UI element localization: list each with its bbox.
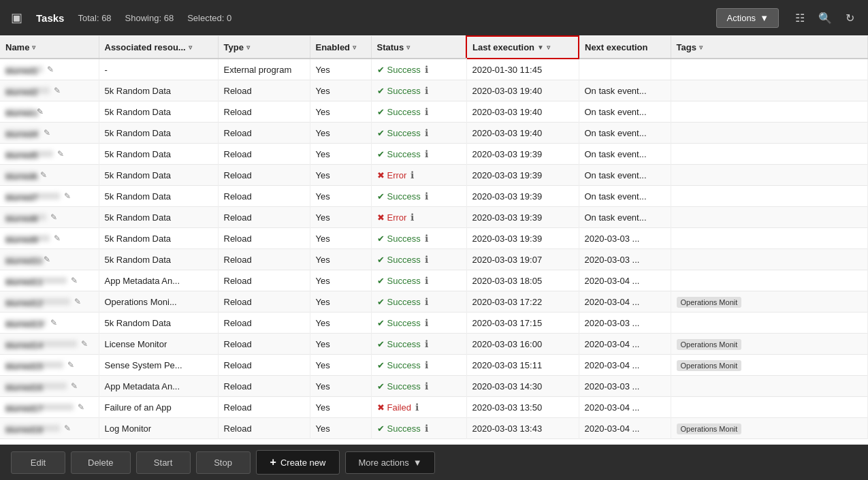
edit-icon[interactable]: ✎ xyxy=(50,212,57,222)
cell-last-exec: 2020-01-30 11:45 xyxy=(466,59,579,80)
edit-button[interactable]: Edit xyxy=(11,451,65,474)
info-button[interactable]: ℹ xyxy=(423,423,430,434)
cell-next-exec: 2020-03-04 ... xyxy=(579,270,671,291)
delete-button[interactable]: Delete xyxy=(71,451,131,474)
cell-last-exec: 2020-03-03 14:30 xyxy=(466,376,579,397)
edit-icon[interactable]: ✎ xyxy=(47,65,54,74)
table-row[interactable]: blurred8✎5k Random DataReloadYes✖ Errorℹ… xyxy=(0,207,868,228)
info-button[interactable]: ℹ xyxy=(423,254,430,265)
cell-enabled: Yes xyxy=(310,397,371,418)
edit-icon[interactable]: ✎ xyxy=(64,191,71,201)
cell-name: blurred1✎ xyxy=(0,59,99,80)
table-container: Name ▿ Associated resou... ▿ Type ▿ xyxy=(0,35,868,445)
table-row[interactable]: blurred15✎Sense System Pe...ReloadYes✔ S… xyxy=(0,355,868,376)
edit-icon[interactable]: ✎ xyxy=(40,170,47,180)
cell-enabled: Yes xyxy=(310,355,371,376)
table-row[interactable]: blurred3✎5k Random DataReloadYes✔ Succes… xyxy=(0,101,868,123)
table-row[interactable]: blurred14✎License MonitorReloadYes✔ Succ… xyxy=(0,334,868,355)
edit-icon[interactable]: ✎ xyxy=(67,360,74,370)
cell-assoc: 5k Random Data xyxy=(99,207,218,228)
table-row[interactable]: blurred17✎Failure of an AppReloadYes✖ Fa… xyxy=(0,397,868,418)
cell-last-exec: 2020-03-03 19:40 xyxy=(466,80,579,101)
info-button[interactable]: ℹ xyxy=(423,338,430,349)
col-header-lastexec[interactable]: Last execution ▼ ▿ xyxy=(466,36,579,59)
edit-icon[interactable]: ✎ xyxy=(81,339,88,349)
edit-icon[interactable]: ✎ xyxy=(57,149,64,159)
col-header-tags[interactable]: Tags ▿ xyxy=(671,36,868,59)
edit-icon[interactable]: ✎ xyxy=(64,423,71,433)
table-row[interactable]: blurred12✎Operations Moni...ReloadYes✔ S… xyxy=(0,291,868,313)
info-button[interactable]: ℹ xyxy=(409,212,415,223)
refresh-button[interactable]: ↻ xyxy=(843,9,857,27)
create-new-button[interactable]: + Create new xyxy=(256,450,340,475)
cell-status: ✔ Successℹ xyxy=(371,186,466,207)
info-button[interactable]: ℹ xyxy=(423,106,430,117)
cell-next-exec: On task event... xyxy=(579,207,671,228)
cell-last-exec: 2020-03-03 15:11 xyxy=(466,355,579,376)
table-row[interactable]: blurred13✎5k Random DataReloadYes✔ Succe… xyxy=(0,313,868,334)
actions-button[interactable]: Actions ▼ xyxy=(716,8,779,28)
cell-assoc: Log Monitor xyxy=(99,418,218,439)
cell-status: ✔ Successℹ xyxy=(371,144,466,165)
col-header-enabled[interactable]: Enabled ▿ xyxy=(310,36,371,59)
stop-button[interactable]: Stop xyxy=(196,451,251,474)
table-row[interactable]: blurred10✎5k Random DataReloadYes✔ Succe… xyxy=(0,249,868,270)
cell-type: Reload xyxy=(218,249,310,270)
edit-icon[interactable]: ✎ xyxy=(54,234,61,243)
table-row[interactable]: blurred5✎5k Random DataReloadYes✔ Succes… xyxy=(0,144,868,165)
check-icon: ✔ xyxy=(377,86,385,96)
table-row[interactable]: blurred16✎App Metadata An...ReloadYes✔ S… xyxy=(0,376,868,397)
cell-next-exec: On task event... xyxy=(579,101,671,123)
table-row[interactable]: blurred4✎5k Random DataReloadYes✔ Succes… xyxy=(0,123,868,144)
info-button[interactable]: ℹ xyxy=(414,402,420,413)
table-row[interactable]: blurred1✎-External programYes✔ Successℹ2… xyxy=(0,59,868,80)
edit-icon[interactable]: ✎ xyxy=(44,128,50,138)
col-header-name[interactable]: Name ▿ xyxy=(0,36,99,59)
check-icon: ✔ xyxy=(377,234,385,244)
table-row[interactable]: blurred6✎5k Random DataReloadYes✖ Errorℹ… xyxy=(0,165,868,186)
more-actions-button[interactable]: More actions ▼ xyxy=(345,451,434,474)
info-button[interactable]: ℹ xyxy=(423,317,430,328)
cell-next-exec: 2020-03-03 ... xyxy=(579,376,671,397)
edit-icon[interactable]: ✎ xyxy=(78,402,84,412)
info-button[interactable]: ℹ xyxy=(423,381,430,391)
table-row[interactable]: blurred18✎Log MonitorReloadYes✔ Successℹ… xyxy=(0,418,868,439)
table-row[interactable]: blurred11✎App Metadata An...ReloadYes✔ S… xyxy=(0,270,868,291)
cell-last-exec: 2020-03-03 13:50 xyxy=(466,397,579,418)
edit-icon[interactable]: ✎ xyxy=(44,255,50,264)
info-button[interactable]: ℹ xyxy=(423,148,430,159)
edit-icon[interactable]: ✎ xyxy=(54,86,61,95)
info-button[interactable]: ℹ xyxy=(423,296,430,307)
info-button[interactable]: ℹ xyxy=(423,127,430,138)
info-button[interactable]: ℹ xyxy=(423,233,430,244)
cell-name: blurred11✎ xyxy=(0,270,99,291)
col-header-assoc[interactable]: Associated resou... ▿ xyxy=(99,36,218,59)
info-button[interactable]: ℹ xyxy=(423,85,430,96)
cell-status: ✖ Failedℹ xyxy=(371,397,466,418)
cell-last-exec: 2020-03-03 19:39 xyxy=(466,207,579,228)
info-button[interactable]: ℹ xyxy=(423,359,430,370)
cell-type: Reload xyxy=(218,80,310,101)
table-row[interactable]: blurred7✎5k Random DataReloadYes✔ Succes… xyxy=(0,186,868,207)
edit-icon[interactable]: ✎ xyxy=(50,318,57,327)
edit-icon[interactable]: ✎ xyxy=(71,381,78,391)
edit-icon[interactable]: ✎ xyxy=(74,297,81,306)
header-bar: ▣ Tasks Total: 68 Showing: 68 Selected: … xyxy=(0,0,868,35)
cell-tags: Operations Monit xyxy=(671,291,868,313)
edit-icon[interactable]: ✎ xyxy=(71,276,78,285)
cell-name: blurred4✎ xyxy=(0,123,99,144)
table-row[interactable]: blurred9✎5k Random DataReloadYes✔ Succes… xyxy=(0,228,868,249)
col-header-status[interactable]: Status ▿ xyxy=(371,36,466,59)
enabled-sort-icon: ▿ xyxy=(353,44,356,51)
cell-type: Reload xyxy=(218,123,310,144)
grid-view-button[interactable]: ☷ xyxy=(792,9,807,27)
start-button[interactable]: Start xyxy=(136,451,191,474)
search-button[interactable]: 🔍 xyxy=(816,9,835,27)
info-button[interactable]: ℹ xyxy=(409,170,415,180)
table-row[interactable]: blurred2✎5k Random DataReloadYes✔ Succes… xyxy=(0,80,868,101)
info-button[interactable]: ℹ xyxy=(423,64,430,75)
info-button[interactable]: ℹ xyxy=(423,191,430,202)
check-icon: ✔ xyxy=(377,318,385,328)
info-button[interactable]: ℹ xyxy=(423,275,430,286)
col-header-type[interactable]: Type ▿ xyxy=(218,36,310,59)
